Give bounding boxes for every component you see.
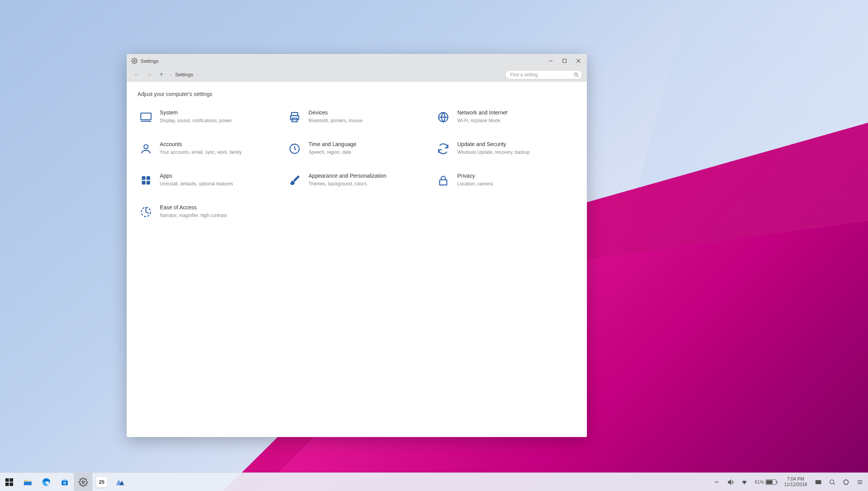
settings-category-network[interactable]: Network and InternetWi-Fi, Airplane Mode: [435, 108, 576, 126]
settings-content: Adjust your computer's settings SystemDi…: [127, 82, 587, 437]
category-title: Apps: [160, 173, 233, 179]
globe-icon: [436, 110, 450, 124]
battery-icon: [766, 479, 776, 485]
volume-icon[interactable]: [724, 473, 737, 491]
file-explorer-button[interactable]: [18, 473, 37, 491]
task-view-button[interactable]: [812, 473, 825, 491]
category-title: Accounts: [160, 141, 241, 147]
search-icon[interactable]: [573, 72, 579, 77]
svg-rect-2: [563, 59, 566, 63]
window-close-button[interactable]: [571, 54, 585, 68]
svg-rect-27: [5, 483, 9, 486]
settings-window: Settings › Settings ›: [127, 54, 587, 437]
apps-icon: [139, 173, 153, 187]
category-desc: Bluetooth, printers, mouse: [308, 118, 362, 124]
window-maximize-button[interactable]: [558, 54, 571, 68]
settings-category-grid: SystemDisplay, sound, notifications, pow…: [137, 108, 576, 220]
category-desc: Uninstall, defaults, optional features: [160, 181, 233, 187]
settings-category-time[interactable]: Time and LanguageSpeech, region, date: [286, 140, 427, 157]
svg-rect-12: [292, 113, 298, 116]
search-input[interactable]: [505, 70, 582, 79]
category-title: Ease of Access: [160, 204, 227, 210]
svg-rect-26: [10, 478, 13, 482]
category-title: Time and Language: [308, 141, 356, 147]
svg-point-0: [134, 60, 135, 62]
category-desc: Location, camera: [457, 181, 493, 187]
category-title: Privacy: [457, 173, 493, 179]
sync-icon: [436, 142, 450, 156]
window-minimize-button[interactable]: [544, 54, 558, 68]
svg-point-17: [144, 145, 148, 149]
nav-back-button[interactable]: [131, 69, 142, 80]
category-title: System: [160, 109, 232, 116]
taskbar-clock[interactable]: 7:04 PM 11/12/2018: [780, 473, 811, 491]
svg-rect-20: [146, 176, 150, 180]
printer-icon: [288, 110, 302, 124]
settings-app-button[interactable]: [74, 473, 92, 491]
category-desc: Windows Update, recovery, backup: [457, 150, 530, 156]
category-desc: Themes, background, colors: [308, 181, 386, 187]
nav-forward-button[interactable]: [144, 69, 154, 80]
settings-category-devices[interactable]: DevicesBluetooth, printers, mouse: [286, 108, 427, 126]
svg-line-33: [833, 483, 834, 484]
monitor-icon: [139, 110, 153, 124]
category-title: Appearance and Personalization: [308, 173, 386, 179]
search-button[interactable]: [826, 473, 839, 491]
tray-expand-button[interactable]: [710, 473, 723, 491]
action-center-button[interactable]: [853, 473, 866, 491]
battery-indicator[interactable]: 61%: [752, 473, 779, 491]
chevron-right-icon: ›: [168, 72, 173, 77]
svg-rect-31: [816, 480, 821, 484]
category-desc: Speech, region, date: [308, 150, 356, 156]
svg-rect-23: [440, 180, 447, 185]
cortana-button[interactable]: [840, 473, 853, 491]
gear-icon: [131, 58, 137, 64]
window-title: Settings: [141, 58, 159, 64]
category-title: Network and Internet: [457, 109, 507, 116]
page-subtitle: Adjust your computer's settings: [137, 91, 576, 97]
nav-up-button[interactable]: [156, 69, 167, 80]
settings-category-ease[interactable]: Ease of AccessNarrator, magnifier, high …: [137, 203, 278, 220]
category-desc: Narrator, magnifier, high contrast: [160, 213, 227, 219]
svg-line-9: [577, 76, 578, 77]
person-icon: [139, 142, 153, 156]
svg-point-8: [574, 73, 577, 76]
chevron-right-icon: ›: [196, 72, 200, 77]
taskbar: 25 61% 7:04 PM 11/12/2018: [0, 473, 868, 491]
settings-category-apps[interactable]: AppsUninstall, defaults, optional featur…: [137, 171, 278, 189]
window-titlebar[interactable]: Settings: [127, 54, 587, 68]
clock-icon: [288, 142, 302, 156]
category-desc: Display, sound, notifications, power: [160, 118, 232, 124]
svg-rect-25: [5, 478, 9, 482]
svg-marker-30: [728, 480, 731, 484]
category-desc: Your accounts, email, sync, work, family: [160, 150, 241, 156]
search-field[interactable]: [510, 72, 573, 77]
start-button[interactable]: [0, 473, 18, 491]
clock-date: 11/12/2018: [784, 482, 807, 488]
svg-point-29: [82, 481, 84, 483]
settings-category-update[interactable]: Update and SecurityWindows Update, recov…: [435, 140, 576, 157]
svg-rect-10: [141, 113, 151, 119]
svg-point-32: [830, 480, 834, 484]
brush-icon: [288, 173, 302, 187]
wifi-icon[interactable]: [738, 473, 751, 491]
edge-browser-button[interactable]: [37, 473, 55, 491]
store-button[interactable]: [55, 473, 74, 491]
svg-rect-22: [146, 181, 150, 184]
category-title: Update and Security: [457, 141, 530, 147]
nav-toolbar: › Settings ›: [127, 68, 587, 82]
calendar-app-button[interactable]: 25: [92, 473, 111, 491]
breadcrumb-item[interactable]: Settings: [174, 72, 194, 77]
settings-category-system[interactable]: SystemDisplay, sound, notifications, pow…: [137, 108, 278, 126]
svg-rect-19: [142, 176, 145, 180]
settings-category-privacy[interactable]: PrivacyLocation, camera: [435, 171, 576, 189]
settings-category-accounts[interactable]: AccountsYour accounts, email, sync, work…: [137, 140, 278, 157]
svg-point-34: [844, 480, 848, 484]
ease-icon: [139, 205, 153, 219]
svg-rect-21: [142, 181, 145, 184]
pinned-app-button[interactable]: [111, 473, 129, 491]
lock-icon: [436, 173, 450, 187]
settings-category-appearance[interactable]: Appearance and PersonalizationThemes, ba…: [286, 171, 427, 189]
clock-time: 7:04 PM: [787, 477, 804, 482]
category-title: Devices: [308, 109, 362, 116]
